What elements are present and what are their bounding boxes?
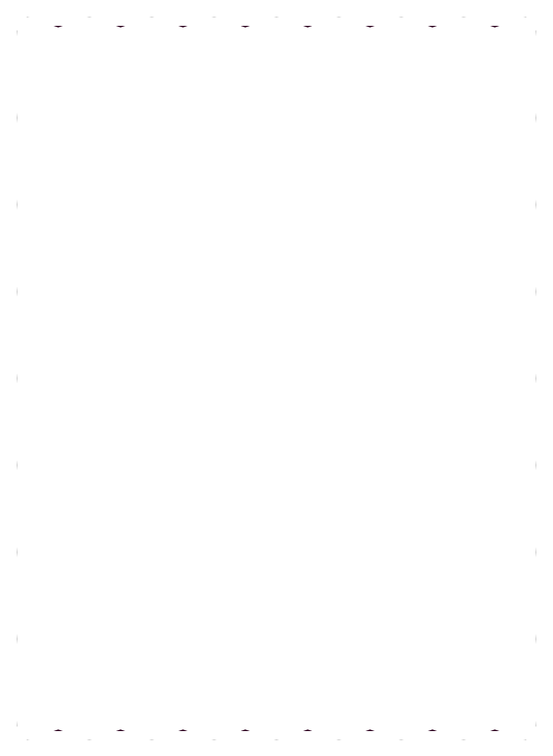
screenshot-frame: INSTALL arch/powerpc/crypto/crc-vpmsum_t…	[9, 9, 544, 748]
terminal-output: INSTALL arch/powerpc/crypto/crc-vpmsum_t…	[52, 37, 520, 718]
terminal-line: INSTALL block/bfq.ko	[52, 303, 520, 319]
terminal-line: INSTALL crypto/arc4.ko	[52, 502, 520, 519]
terminal-line: INSTALL crypto/async_tx/async_raid6_reco…	[52, 569, 520, 585]
terminal-line: INSTALL crypto/842.ko	[52, 353, 520, 369]
terminal-line: INSTALL crypto/blowfish_common.ko	[52, 652, 520, 668]
terminal-line: INSTALL arch/powerpc/crypto/crc-vpmsum_t…	[52, 37, 520, 54]
terminal-line: INSTALL block/kyber-iosched.ko	[52, 319, 520, 336]
terminal-window: INSTALL arch/powerpc/crypto/crc-vpmsum_t…	[26, 26, 527, 731]
terminal-line: INSTALL arch/powerpc/platforms/powernv/o…	[52, 203, 520, 220]
terminal-line: INSTALL crypto/async_tx/async_memcpy.ko	[52, 535, 520, 552]
terminal-line: INSTALL arch/powerpc/oprofile/oprofile.k…	[52, 186, 520, 203]
terminal-line: INSTALL arch/powerpc/kvm/kvm-pr.ko	[52, 153, 520, 170]
terminal-line: INSTALL arch/powerpc/crypto/sha1-powerpc…	[52, 103, 520, 120]
terminal-line: INSTALL crypto/blowfish_generic.ko	[52, 668, 520, 685]
terminal-line: INSTALL crypto/authencesn.ko	[52, 635, 520, 652]
terminal-line: INSTALL arch/powerpc/sysdev/rtc_cmos_set…	[52, 286, 520, 303]
terminal-line: INSTALL crypto/af_alg.ko	[52, 386, 520, 402]
terminal-line: INSTALL arch/powerpc/platforms/pseries/p…	[52, 253, 520, 270]
terminal-line: INSTALL arch/powerpc/crypto/md5-ppc.ko	[52, 87, 520, 103]
terminal-line: INSTALL crypto/async_tx/async_pq.ko	[52, 552, 520, 569]
terminal-line: INSTALL crypto/camellia_generic.ko	[52, 685, 520, 702]
terminal-line: INSTALL crypto/authenc.ko	[52, 618, 520, 635]
terminal-line: INSTALL crypto/algif_rng.ko	[52, 436, 520, 452]
terminal-line: INSTALL arch/powerpc/crypto/crct10dif-vp…	[52, 70, 520, 87]
terminal-line: INSTALL crypto/algif_hash.ko	[52, 419, 520, 436]
terminal-line: INSTALL crypto/anubis.ko	[52, 486, 520, 502]
terminal-line: INSTALL crypto/asymmetric_keys/pkcs7_tes…	[52, 519, 520, 535]
terminal-line: INSTALL arch/powerpc/kernel/rtas_flash.k…	[52, 120, 520, 137]
watermark-text: © www.cyberciti.biz	[388, 710, 516, 726]
terminal-line: INSTALL arch/powerpc/platforms/pseries/c…	[52, 220, 520, 236]
terminal-line: INSTALL crypto/async_tx/async_xor.ko	[52, 602, 520, 618]
terminal-line: INSTALL arch/powerpc/kvm/kvm.ko	[52, 170, 520, 186]
terminal-line: INSTALL arch/powerpc/platforms/pseries/s…	[52, 270, 520, 286]
terminal-line: INSTALL arch/powerpc/platforms/pseries/h…	[52, 236, 520, 253]
terminal-line: INSTALL arch/powerpc/kvm/kvm-hv.ko	[52, 137, 520, 153]
terminal-line: INSTALL crypto/aes_ti.ko	[52, 369, 520, 386]
terminal-line: INSTALL crypto/algif_skcipher.ko	[52, 452, 520, 469]
terminal-line: INSTALL crypto/ansi_cprng.ko	[52, 469, 520, 486]
terminal-line: INSTALL arch/powerpc/crypto/crc32c-vpmsu…	[52, 54, 520, 70]
terminal-line: INSTALL crypto/async_tx/async_tx.ko	[52, 585, 520, 602]
terminal-line: INSTALL crypto/algif_aead.ko	[52, 402, 520, 419]
terminal-line: INSTALL block/mq-deadline.ko	[52, 336, 520, 353]
